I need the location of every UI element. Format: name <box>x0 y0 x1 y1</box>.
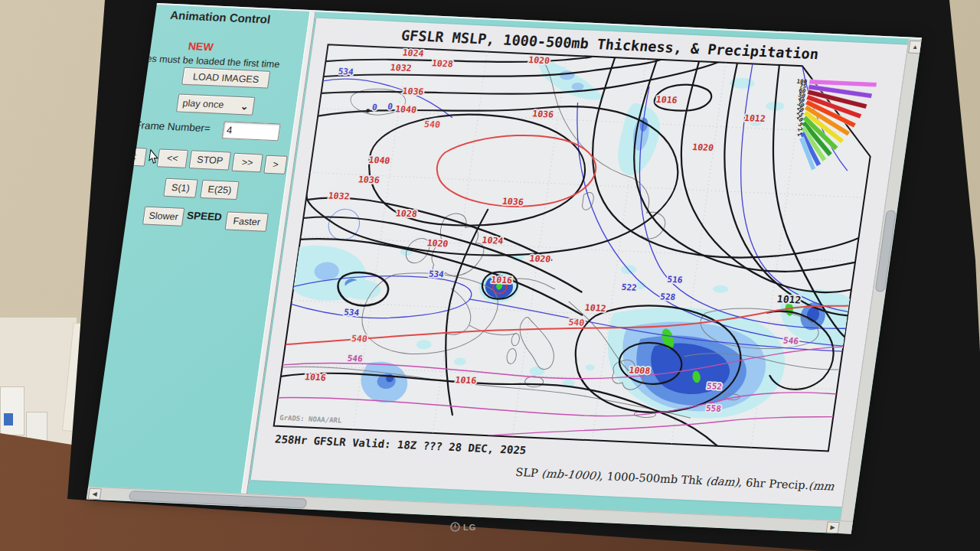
end-frame-button[interactable]: E(25) <box>200 180 239 200</box>
mouse-cursor-icon <box>148 149 161 165</box>
contour-label: 1024 <box>402 47 425 59</box>
contour-label: 1020 <box>529 253 552 264</box>
footer-part: (mm <box>808 479 835 492</box>
contour-label: 1020 <box>528 54 550 66</box>
contour-label: 546 <box>782 336 799 347</box>
slower-button[interactable]: Slower <box>142 207 185 227</box>
contour-label: 516 <box>667 275 684 285</box>
weather-map-image: GFSLR MSLP, 1000-500mb Thickness, & Prec… <box>250 18 907 507</box>
contour-label: 1020 <box>691 142 714 153</box>
footer-part: (mb-1000) <box>541 467 600 481</box>
contour-label: 1020 <box>426 237 449 249</box>
weather-map-svg: GFSLR MSLP, 1000-500mb Thickness, & Prec… <box>250 18 907 507</box>
contour-label: 1040 <box>394 103 417 115</box>
contour-label: 1008 <box>629 365 652 377</box>
contour-label: 540 <box>423 119 441 130</box>
contour-label: 1040 <box>368 155 391 166</box>
load-images-button[interactable]: LOAD IMAGES <box>181 67 270 89</box>
contour-label: 534 <box>428 269 445 280</box>
play-mode-value: play once <box>182 98 224 110</box>
scroll-up-icon[interactable]: ▲ <box>908 41 922 54</box>
contour-label: 522 <box>621 282 638 293</box>
fast-forward-button[interactable]: >> <box>231 153 263 173</box>
new-badge: NEW <box>142 37 259 55</box>
contour-label: 1012 <box>776 293 802 305</box>
contour-label: 1032 <box>390 62 413 73</box>
contour-label: 1016 <box>655 94 678 106</box>
contour-label: 1032 <box>328 190 351 201</box>
lg-circle-icon <box>450 522 460 532</box>
monitor-screen: Animation Control NEW es must be loaded … <box>87 3 922 534</box>
play-mode-select[interactable]: play once ⌄ <box>176 93 255 115</box>
frame-number-label: Frame Number= <box>134 119 211 134</box>
contour-label: 1028 <box>431 57 454 69</box>
speed-label: SPEED <box>185 210 224 223</box>
contour-label: 1028 <box>395 207 418 219</box>
chevron-down-icon: ⌄ <box>240 100 250 112</box>
contour-label: 1016 <box>455 374 478 386</box>
contour-label: 534 <box>343 308 360 318</box>
contour-label: 1024 <box>482 235 505 246</box>
contour-label: 1016 <box>304 371 327 383</box>
contour-label: 552 <box>706 381 723 392</box>
contour-label: 1036 <box>358 174 381 185</box>
contour-label: 1016 <box>490 274 513 285</box>
footer-part: (dam) <box>705 474 740 488</box>
stop-button[interactable]: STOP <box>189 150 231 170</box>
scroll-right-icon[interactable]: ▶ <box>826 521 840 533</box>
scroll-left-icon[interactable]: ◀ <box>88 488 102 500</box>
contour-label: 546 <box>347 354 364 364</box>
faster-button[interactable]: Faster <box>225 211 269 231</box>
panel-title: Animation Control <box>147 8 294 28</box>
monitor-brand-text: LG <box>463 523 476 532</box>
valid-time-line: 258Hr GFSLR Valid: 18Z ??? 28 DEC, 2025 <box>274 433 527 457</box>
frame-number-input[interactable] <box>221 121 280 141</box>
monitor-brand: LG <box>450 522 476 532</box>
contour-label: 540 <box>351 333 368 344</box>
contour-label: 1012 <box>743 112 766 124</box>
step-forward-button[interactable]: > <box>263 155 287 174</box>
contour-label: 1036 <box>501 196 524 207</box>
contour-label: 1036 <box>531 108 554 119</box>
footer-part: SLP <box>514 466 542 479</box>
contour-label: 1036 <box>402 86 425 97</box>
contour-label: 534 <box>338 67 354 77</box>
contour-label: 528 <box>659 292 676 302</box>
contour-label: 540 <box>568 317 586 328</box>
wall-switch-plate <box>0 386 24 435</box>
contour-label: 558 <box>705 403 722 414</box>
contour-label: 1012 <box>584 302 607 314</box>
start-frame-button[interactable]: S(1) <box>163 178 198 198</box>
rewind-button[interactable]: << <box>157 148 188 168</box>
